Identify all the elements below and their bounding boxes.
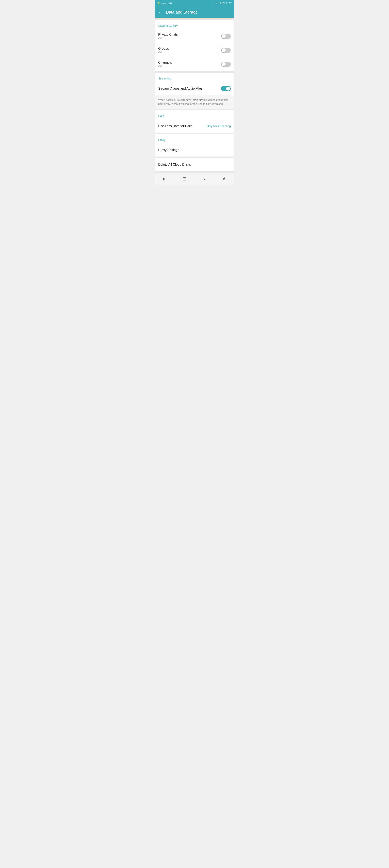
private-chats-text: Private Chats Off: [158, 33, 178, 40]
status-text: ٤٧درصد ‌‌ₗ 4G: [161, 2, 172, 4]
divider-bottom: [155, 171, 234, 173]
channels-toggle[interactable]: [221, 62, 231, 67]
use-less-data-item[interactable]: Use Less Data for Calls Only while roami…: [155, 120, 234, 133]
divider-line: [218, 32, 218, 40]
svg-rect-2: [166, 178, 166, 181]
calls-section: Calls Use Less Data for Calls Only while…: [155, 110, 234, 133]
groups-toggle[interactable]: [221, 48, 231, 53]
status-bar-right: ● ✕ ⏻ 🖼 11:57: [214, 2, 232, 5]
private-chats-toggle[interactable]: [221, 34, 231, 39]
private-chats-toggle-container: [218, 32, 231, 40]
svg-line-10: [225, 179, 225, 180]
status-bar: 🔋 ٤٧درصد ‌‌ₗ 4G ● ✕ ⏻ 🖼 11:57: [155, 0, 234, 6]
toggle-knob-2: [222, 48, 226, 52]
divider-calls: [155, 109, 234, 110]
channels-toggle-container: [218, 60, 231, 68]
nav-recent-apps[interactable]: [161, 176, 169, 182]
calls-label: Calls: [155, 110, 234, 120]
stream-videos-toggle-container: [221, 86, 231, 91]
divider-misc: [155, 157, 234, 158]
groups-item[interactable]: Groups Off: [155, 43, 234, 57]
divider-top: [155, 19, 234, 20]
stream-videos-title: Stream Videos and Audio Files: [158, 87, 203, 90]
channels-text: Channels Off: [158, 61, 172, 68]
status-bar-left: 🔋 ٤٧درصد ‌‌ₗ 4G: [157, 2, 172, 5]
svg-rect-0: [163, 178, 164, 181]
stream-videos-toggle[interactable]: [221, 86, 231, 91]
nav-home[interactable]: [181, 176, 189, 182]
groups-subtitle: Off: [158, 51, 169, 54]
svg-rect-1: [164, 178, 165, 181]
svg-point-4: [224, 177, 225, 178]
stream-videos-text: Stream Videos and Audio Files: [158, 87, 203, 90]
use-less-data-title: Use Less Data for Calls: [158, 124, 192, 128]
stream-videos-item[interactable]: Stream Videos and Audio Files: [155, 82, 234, 95]
clock-time: 11:57: [226, 2, 232, 4]
channels-title: Channels: [158, 61, 172, 64]
delete-drafts-title: Delete All Cloud Drafts: [158, 163, 191, 166]
svg-rect-3: [183, 178, 186, 180]
x-icon: ✕: [215, 2, 217, 5]
streaming-section: Streaming Stream Videos and Audio Files …: [155, 73, 234, 109]
nav-accessibility[interactable]: [220, 176, 228, 182]
groups-toggle-container: [218, 46, 231, 54]
nav-bar: [155, 173, 234, 185]
page-title: Data and Storage: [166, 10, 198, 14]
private-chats-title: Private Chats: [158, 33, 178, 36]
proxy-section: Proxy Proxy Settings: [155, 134, 234, 157]
proxy-label: Proxy: [155, 134, 234, 144]
save-to-gallery-section: Save to Gallery Private Chats Off Groups…: [155, 20, 234, 71]
svg-line-9: [223, 179, 224, 180]
power-icon: ⏻: [219, 2, 221, 5]
private-chats-subtitle: Off: [158, 37, 178, 40]
toggle-knob: [222, 34, 226, 38]
private-chats-item[interactable]: Private Chats Off: [155, 29, 234, 43]
divider-line-3: [218, 60, 218, 68]
battery-icon: 🔋: [157, 2, 160, 5]
misc-section: Delete All Cloud Drafts: [155, 158, 234, 171]
use-less-data-value: Only while roaming: [207, 124, 231, 128]
image-icon: 🖼: [222, 2, 225, 5]
channels-subtitle: Off: [158, 65, 172, 68]
save-to-gallery-label: Save to Gallery: [155, 20, 234, 29]
divider-streaming: [155, 71, 234, 73]
toggle-knob-3: [222, 62, 226, 66]
groups-text: Groups Off: [158, 47, 169, 54]
proxy-settings-title: Proxy Settings: [158, 148, 179, 152]
streaming-label: Streaming: [155, 73, 234, 82]
dot-indicator: ●: [214, 3, 214, 4]
back-button[interactable]: ←: [158, 9, 163, 15]
divider-line-2: [218, 46, 218, 54]
proxy-settings-item[interactable]: Proxy Settings: [155, 144, 234, 157]
streaming-description: When possible, Telegram will start playi…: [155, 95, 234, 109]
nav-back[interactable]: [200, 176, 208, 182]
top-bar: ← Data and Storage: [155, 6, 234, 18]
groups-title: Groups: [158, 47, 169, 51]
toggle-knob-4: [226, 87, 230, 91]
channels-item[interactable]: Channels Off: [155, 57, 234, 71]
divider-proxy: [155, 133, 234, 134]
delete-drafts-item[interactable]: Delete All Cloud Drafts: [155, 158, 234, 171]
